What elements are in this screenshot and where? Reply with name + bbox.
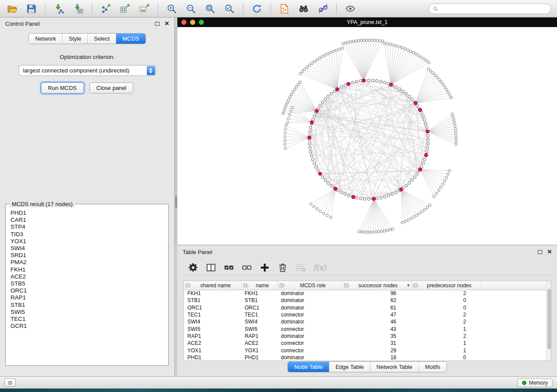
mcds-result-node[interactable]: PHD1 [10, 210, 167, 217]
table-bottom-tabs: Node TableEdge TableNetwork TableMotifs [287, 361, 446, 372]
open-folder-icon[interactable] [4, 2, 20, 15]
criterion-dropdown[interactable]: largest connected component (undirected) [19, 65, 156, 76]
tab-mcds[interactable]: MCDS [116, 34, 145, 44]
mcds-result-node[interactable]: ORC1 [10, 287, 167, 294]
tab-network-table[interactable]: Network Table [370, 362, 419, 372]
optimization-criterion-label: Optimization criterion: [0, 54, 174, 60]
close-window-icon[interactable] [181, 20, 187, 25]
function-icon: f(x) [313, 263, 326, 272]
mcds-result-node[interactable]: TEC1 [10, 316, 167, 323]
mcds-result-node[interactable]: TID3 [10, 231, 167, 238]
float-panel-icon[interactable] [155, 22, 159, 26]
search-input[interactable] [441, 6, 547, 12]
hide-annotations-icon[interactable] [315, 2, 331, 15]
gear-icon[interactable] [188, 262, 198, 273]
deselect-all-icon[interactable] [242, 262, 252, 273]
table-panel: Table Panel × f(x) shared namenameMCDS r… [177, 246, 557, 376]
tab-select[interactable]: Select [88, 34, 116, 44]
show-eye-icon[interactable] [343, 2, 358, 15]
zoom-fit-icon[interactable] [202, 2, 218, 15]
float-table-panel-icon[interactable] [538, 250, 542, 254]
list-icon [7, 380, 13, 385]
table-row[interactable]: ACE2ACE2connector311 [184, 340, 551, 347]
mcds-result-list: PHD1CAR1STP4TID3YOX1SWI4SRD1PMA2FKH1ACE2… [7, 209, 167, 364]
tab-node-table[interactable]: Node Table [288, 362, 329, 372]
close-mcds-panel-button[interactable]: Close panel [90, 83, 134, 93]
node-table: shared namenameMCDS rolesuccessor nodes▾… [183, 281, 551, 361]
maximize-window-icon[interactable] [199, 20, 204, 25]
table-row[interactable]: PHD1PHD1dominator180 [184, 354, 551, 361]
mcds-result-title: MCDS result (17 nodes) [10, 201, 75, 207]
mcds-result-node[interactable]: STB1 [10, 302, 167, 309]
close-table-panel-icon[interactable]: × [547, 249, 552, 254]
export-image-icon[interactable] [136, 2, 152, 15]
column-header-name[interactable]: name [241, 281, 277, 290]
export-table-icon[interactable] [117, 2, 133, 15]
mcds-result-node[interactable]: RAP1 [10, 294, 167, 301]
table-row[interactable]: FKH1FKH1dominator962 [184, 290, 551, 297]
close-panel-icon[interactable]: × [165, 21, 169, 26]
table-row[interactable]: STB1STB1dominator620 [184, 297, 551, 304]
table-row[interactable]: ORC1ORC1dominator610 [184, 304, 551, 311]
column-header-MCDS-role[interactable]: MCDS role [277, 281, 342, 290]
task-list-button[interactable] [4, 378, 16, 387]
mcds-result-node[interactable]: CAR1 [10, 217, 167, 224]
memory-label: Memory [529, 380, 548, 386]
mcds-result-node[interactable]: SWI4 [10, 245, 167, 252]
delete-row-icon[interactable] [277, 262, 288, 273]
select-all-icon[interactable] [224, 262, 234, 273]
toolbar-separator [270, 3, 271, 14]
column-header-shared-name[interactable]: shared name [184, 281, 241, 290]
table-scrollbar[interactable] [546, 281, 551, 361]
run-mcds-button[interactable]: Run MCDS [41, 83, 84, 93]
mcds-result-node[interactable]: STP4 [10, 224, 167, 230]
export-network-icon[interactable] [98, 2, 114, 15]
table-row[interactable]: TEC1TEC1connector472 [184, 311, 551, 318]
tab-edge-table[interactable]: Edge Table [329, 362, 370, 372]
mcds-result-node[interactable]: STB5 [10, 280, 167, 287]
tab-network[interactable]: Network [29, 34, 62, 44]
zoom-in-icon[interactable] [164, 2, 180, 15]
mcds-result-node[interactable]: ACE2 [10, 273, 167, 280]
control-panel-header: Control Panel × [0, 17, 174, 30]
column-header-filler [481, 281, 551, 290]
toolbar-separator [158, 3, 158, 14]
share-document-icon[interactable] [277, 2, 292, 15]
column-header-predecessor-nodes[interactable]: predecessor nodes [411, 281, 481, 290]
minimize-window-icon[interactable] [190, 20, 195, 25]
table-row[interactable]: SWI4SWI4dominator462 [184, 318, 551, 325]
mcds-result-node[interactable]: SRD1 [10, 252, 167, 259]
search-icon [433, 6, 439, 12]
columns-icon[interactable] [206, 262, 216, 273]
toolbar-separator [243, 3, 243, 14]
search-box [429, 3, 551, 14]
network-canvas[interactable] [177, 27, 557, 244]
zoom-selected-icon[interactable] [221, 2, 237, 15]
tab-style[interactable]: Style [62, 34, 88, 44]
desktop-wallpaper [0, 389, 557, 392]
mcds-result-node[interactable]: SWI5 [10, 309, 167, 316]
import-network-icon[interactable] [51, 2, 67, 15]
mcds-result-node[interactable]: GCR1 [10, 323, 167, 330]
zoom-out-icon[interactable] [183, 2, 199, 15]
mcds-result-node[interactable]: PMA2 [10, 259, 167, 266]
table-panel-title: Table Panel [183, 249, 212, 255]
mcds-result-node[interactable]: FKH1 [10, 266, 167, 273]
refresh-icon[interactable] [249, 2, 265, 15]
tab-motifs[interactable]: Motifs [419, 362, 446, 372]
table-sort-icon [344, 282, 350, 289]
divider-scroll-thumb[interactable] [175, 196, 177, 208]
column-header-successor-nodes[interactable]: successor nodes▾ [342, 281, 411, 290]
table-row[interactable]: SWI5SWI5connector431 [184, 325, 551, 332]
table-row[interactable]: YOX1YOX1connector291 [184, 347, 551, 354]
save-icon[interactable] [24, 2, 39, 15]
add-row-icon[interactable] [259, 262, 270, 273]
table-scrollbar-thumb[interactable] [547, 289, 551, 349]
network-graph [177, 27, 557, 244]
network-window-titlebar[interactable]: YPA_prune.txt_1 [177, 17, 557, 27]
binoculars-icon[interactable] [296, 2, 311, 15]
memory-button[interactable]: Memory [517, 378, 553, 387]
mcds-result-node[interactable]: YOX1 [10, 238, 167, 245]
table-row[interactable]: RAP1RAP1dominator352 [184, 333, 551, 340]
import-table-icon[interactable] [70, 2, 86, 15]
